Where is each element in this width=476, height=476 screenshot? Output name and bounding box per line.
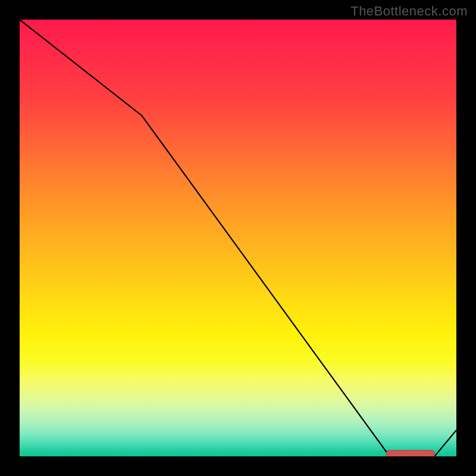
chart-svg bbox=[20, 20, 456, 456]
data-series-line bbox=[20, 20, 456, 456]
watermark-label: TheBottleneck.com bbox=[350, 4, 468, 19]
series-end-marker bbox=[387, 450, 435, 456]
plot-area bbox=[20, 20, 456, 456]
chart-root: TheBottleneck.com bbox=[0, 0, 476, 476]
